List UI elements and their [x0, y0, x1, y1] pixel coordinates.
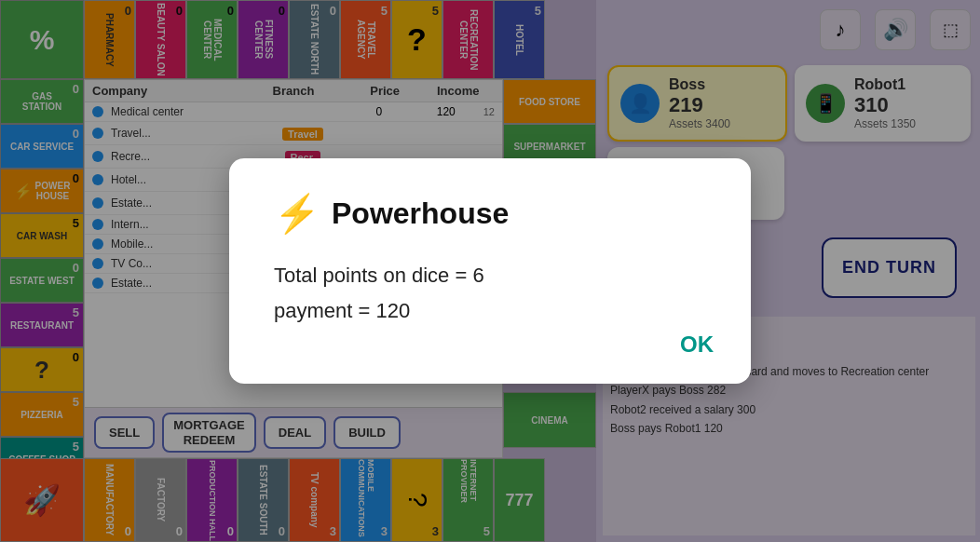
modal-title: ⚡ Powerhouse [274, 192, 706, 236]
powerhouse-modal: ⚡ Powerhouse Total points on dice = 6 pa… [229, 158, 751, 384]
lightning-icon: ⚡ [274, 192, 320, 236]
modal-title-text: Powerhouse [332, 196, 509, 231]
modal-overlay: ⚡ Powerhouse Total points on dice = 6 pa… [0, 0, 980, 542]
modal-line-2: payment = 120 [274, 293, 706, 328]
modal-body: Total points on dice = 6 payment = 120 [274, 258, 706, 328]
ok-button[interactable]: OK [680, 332, 714, 358]
modal-line-1: Total points on dice = 6 [274, 258, 706, 292]
